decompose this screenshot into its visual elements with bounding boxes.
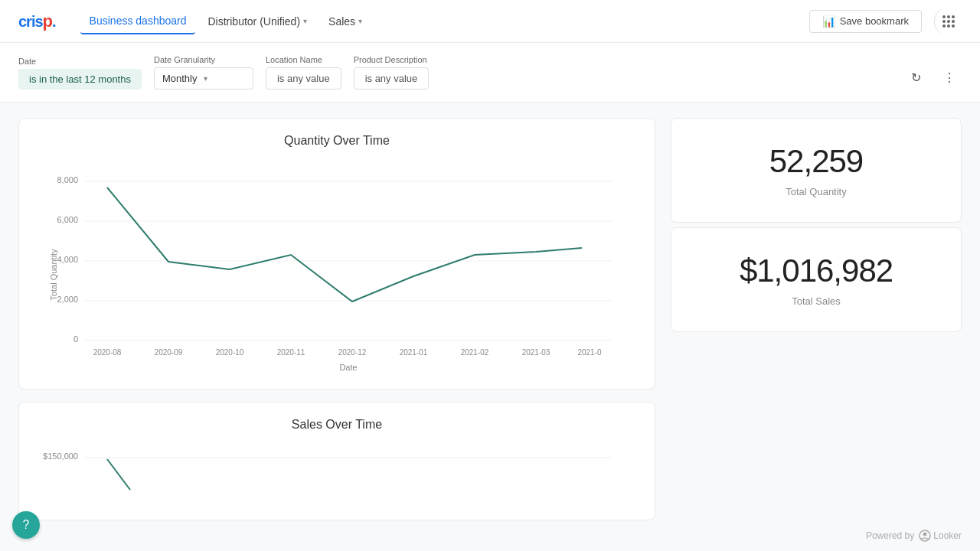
- svg-point-24: [923, 533, 927, 536]
- date-filter-group: Date is in the last 12 months: [18, 57, 142, 90]
- nav-item-business-dashboard[interactable]: Business dashboard: [80, 8, 196, 34]
- quantity-chart-svg: Total Quantity 8,000 6,000 4,000 2,000 0…: [38, 160, 636, 374]
- total-quantity-card: 52,259 Total Quantity: [671, 118, 962, 223]
- total-sales-label: Total Sales: [690, 295, 942, 307]
- svg-text:2020-12: 2020-12: [338, 348, 367, 357]
- filter-actions: ↻ ⋮: [903, 65, 962, 90]
- svg-text:0: 0: [74, 334, 78, 344]
- date-filter-value: is in the last 12 months: [29, 73, 131, 85]
- total-quantity-value: 52,259: [690, 143, 942, 180]
- help-icon: ?: [23, 518, 30, 532]
- bookmark-icon: 📊: [822, 15, 835, 28]
- nav-item-label: Business dashboard: [90, 15, 187, 27]
- svg-text:2021-03: 2021-03: [522, 348, 550, 357]
- location-filter-group: Location Name is any value: [266, 55, 341, 90]
- looker-logo: Looker: [919, 530, 962, 542]
- apps-button[interactable]: [934, 8, 962, 35]
- product-filter-value: is any value: [365, 73, 418, 84]
- svg-text:2020-10: 2020-10: [216, 348, 244, 357]
- powered-by-text: Powered by: [866, 530, 914, 541]
- total-quantity-label: Total Quantity: [690, 186, 942, 197]
- granularity-filter-group: Date Granularity Monthly ▾: [154, 55, 253, 90]
- svg-text:2021-02: 2021-02: [461, 348, 489, 357]
- more-options-button[interactable]: ⋮: [937, 65, 962, 90]
- total-sales-card: $1,016,982 Total Sales: [671, 227, 962, 332]
- more-icon: ⋮: [943, 70, 956, 85]
- nav-item-distributor[interactable]: Distributor (Unified) ▾: [198, 9, 316, 34]
- product-filter-label: Product Description: [354, 55, 430, 64]
- nav-item-label: Sales: [328, 15, 355, 28]
- save-bookmark-label: Save bookmark: [840, 15, 909, 27]
- footer: Powered by Looker: [866, 530, 962, 542]
- header-actions: 📊 Save bookmark: [809, 8, 962, 35]
- date-filter-label: Date: [18, 57, 142, 66]
- svg-text:4,000: 4,000: [57, 255, 78, 264]
- save-bookmark-button[interactable]: 📊 Save bookmark: [809, 10, 922, 33]
- nav-item-label: Distributor (Unified): [207, 15, 300, 28]
- sales-chart-svg: $150,000: [38, 444, 636, 505]
- main-content: Quantity Over Time Total Quantity 8,000 …: [0, 103, 980, 551]
- chevron-down-icon: ▾: [358, 17, 362, 25]
- refresh-button[interactable]: ↻: [903, 65, 928, 90]
- filter-bar: Date is in the last 12 months Date Granu…: [0, 43, 980, 103]
- location-filter-button[interactable]: is any value: [266, 67, 341, 90]
- header: crisp. Business dashboard Distributor (U…: [0, 0, 980, 43]
- nav-item-sales[interactable]: Sales ▾: [319, 9, 371, 34]
- svg-text:2021-01: 2021-01: [400, 348, 428, 357]
- help-button[interactable]: ?: [12, 511, 40, 539]
- logo: crisp.: [18, 11, 56, 31]
- grid-icon: [942, 15, 955, 28]
- quantity-chart-card: Quantity Over Time Total Quantity 8,000 …: [18, 118, 655, 390]
- svg-text:6,000: 6,000: [57, 215, 78, 224]
- svg-text:2020-11: 2020-11: [277, 348, 305, 357]
- granularity-value: Monthly: [162, 73, 198, 84]
- stats-overlay: 52,259 Total Quantity $1,016,982 Total S…: [671, 118, 962, 334]
- total-sales-value: $1,016,982: [690, 253, 942, 289]
- looker-brand-text: Looker: [933, 530, 962, 541]
- svg-text:2,000: 2,000: [57, 295, 78, 304]
- product-filter-group: Product Description is any value: [354, 55, 430, 90]
- svg-text:2021-0: 2021-0: [577, 348, 602, 357]
- quantity-chart-title: Quantity Over Time: [38, 134, 636, 148]
- svg-text:$150,000: $150,000: [43, 452, 78, 461]
- date-filter-pill[interactable]: is in the last 12 months: [18, 69, 142, 90]
- refresh-icon: ↻: [911, 70, 921, 85]
- chevron-down-icon: ▾: [204, 74, 207, 83]
- granularity-filter-label: Date Granularity: [154, 55, 253, 64]
- sales-chart-card: Sales Over Time $150,000: [18, 402, 655, 520]
- product-filter-button[interactable]: is any value: [354, 67, 430, 90]
- svg-text:8,000: 8,000: [57, 175, 78, 184]
- chevron-down-icon: ▾: [303, 17, 307, 25]
- svg-text:2020-09: 2020-09: [155, 348, 183, 357]
- location-filter-label: Location Name: [266, 55, 341, 64]
- nav: Business dashboard Distributor (Unified)…: [80, 8, 809, 34]
- svg-text:Date: Date: [339, 363, 357, 372]
- sales-chart-title: Sales Over Time: [38, 418, 636, 432]
- granularity-select[interactable]: Monthly ▾: [154, 67, 253, 90]
- svg-text:2020-08: 2020-08: [93, 348, 122, 357]
- location-filter-value: is any value: [277, 73, 330, 84]
